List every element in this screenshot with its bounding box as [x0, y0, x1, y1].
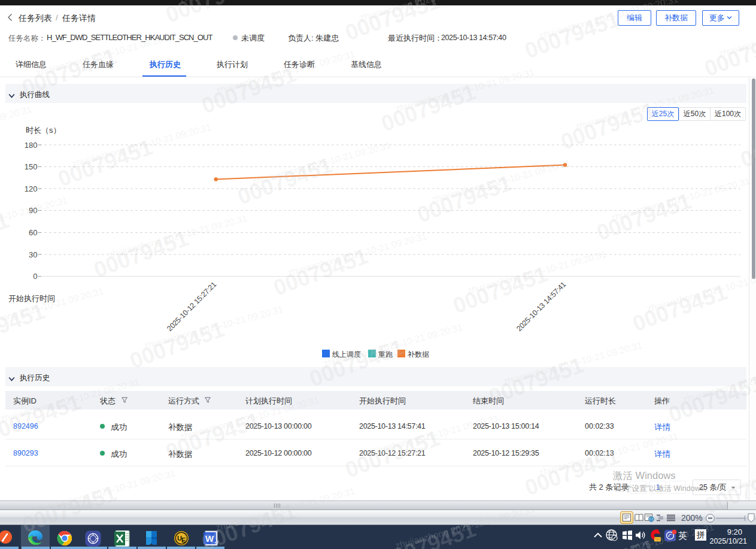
svg-text:E: E	[181, 536, 186, 544]
svg-text:时长（s）: 时长（s）	[26, 126, 61, 135]
svg-text:00079451: 00079451	[701, 25, 756, 81]
svg-text:00079451: 00079451	[521, 7, 623, 63]
svg-text:30: 30	[29, 250, 37, 259]
svg-text:150: 150	[25, 162, 38, 171]
svg-text:2025-10-12 15:27:21: 2025-10-12 15:27:21	[165, 280, 218, 333]
svg-text:0: 0	[33, 272, 37, 281]
svg-text:W: W	[205, 533, 214, 544]
svg-text:2025-10-13 14:57:41: 2025-10-13 14:57:41	[515, 280, 567, 333]
svg-text:90: 90	[29, 206, 37, 215]
svg-text:00079451: 00079451	[701, 25, 756, 81]
svg-text:60: 60	[29, 228, 37, 237]
svg-text:180: 180	[25, 141, 38, 150]
svg-text:120: 120	[25, 184, 38, 193]
svg-text:00079451: 00079451	[521, 7, 623, 63]
